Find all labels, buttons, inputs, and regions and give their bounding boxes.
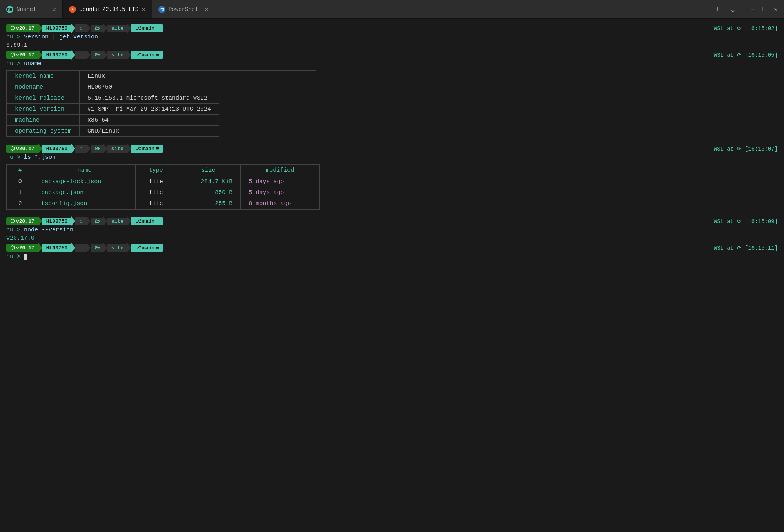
seg-node-2: ⬡ v20.17 <box>6 51 38 59</box>
prompt-segments-3: ⬡ v20.17 HL00750 ⌂ 🗁 site ⎇ main <box>6 144 163 153</box>
tab-powershell-label: PowerShell <box>169 6 201 13</box>
ls-size: 284.7 KiB <box>176 176 241 187</box>
seg-home-1: ⌂ <box>75 24 86 32</box>
tab-actions: + ⌄ <box>706 0 744 18</box>
ls-name: package.json <box>33 187 136 198</box>
ls-type: file <box>136 187 176 198</box>
node-icon: ⬡ <box>10 25 15 31</box>
tab-nushell-label: Nushell <box>16 6 40 13</box>
cmd-line-2: nu > uname <box>6 60 778 67</box>
ls-header-cell: modified <box>241 165 319 176</box>
host-label-1: HL00750 <box>46 25 68 31</box>
block-4: ⬡ v20.17 HL00750 ⌂ 🗁 site ⎇ main <box>6 216 778 241</box>
output-node-version: v20.17.0 <box>6 235 778 241</box>
ls-num: 2 <box>7 198 33 209</box>
add-tab-button[interactable]: + <box>712 4 723 15</box>
node-version-1: v20.17 <box>16 25 34 31</box>
uname-value: HL00750 <box>80 82 219 93</box>
prompt-bar-5: ⬡ v20.17 HL00750 ⌂ 🗁 site ⎇ main <box>6 243 778 252</box>
nushell-icon: nu <box>6 6 13 13</box>
ls-modified: 5 days ago <box>241 176 319 187</box>
uname-value: x86_64 <box>80 115 219 126</box>
maximize-button[interactable]: □ <box>762 6 766 13</box>
uname-key: kernel-name <box>7 71 80 82</box>
arrow2 <box>71 24 75 33</box>
dropdown-button[interactable]: ⌄ <box>728 4 738 15</box>
tab-nushell-close[interactable]: ✕ <box>52 5 56 13</box>
cmd-pipe-1: | <box>49 34 59 40</box>
prompt-bar-1: ⬡ v20.17 HL00750 ⌂ 🗁 site <box>6 24 778 33</box>
uname-value: 5.15.153.1-microsoft-standard-WSL2 <box>80 93 219 104</box>
ls-name: package-lock.json <box>33 176 136 187</box>
prompt-bar-4: ⬡ v20.17 HL00750 ⌂ 🗁 site ⎇ main <box>6 216 778 226</box>
arrow3 <box>87 24 91 33</box>
arrow1 <box>38 24 42 33</box>
uname-value: GNU/Linux <box>80 126 219 137</box>
uname-key: nodename <box>7 82 80 93</box>
tab-powershell[interactable]: PS PowerShell ✕ <box>152 0 215 18</box>
ls-modified: 5 days ago <box>241 187 319 198</box>
ls-header-cell: name <box>33 165 136 176</box>
prompt-segments-4: ⬡ v20.17 HL00750 ⌂ 🗁 site ⎇ main <box>6 216 163 226</box>
ls-num: 0 <box>7 176 33 187</box>
ls-type: file <box>136 176 176 187</box>
ls-header-cell: type <box>136 165 176 176</box>
seg-host-1: HL00750 <box>42 25 72 32</box>
prompt-time-3: WSL at ⟳ [16:15:07] <box>714 145 778 152</box>
cmd-line-5: nu > <box>6 253 778 260</box>
ls-modified: 8 months ago <box>241 198 319 209</box>
uname-row: operating-system GNU/Linux <box>7 126 219 137</box>
cmd-line-3: nu > ls *.json <box>6 154 778 161</box>
uname-key: kernel-version <box>7 104 80 115</box>
prompt-time-4: WSL at ⟳ [16:15:09] <box>714 218 778 225</box>
output-1: 0.99.1 <box>6 42 778 49</box>
prompt-segments-1: ⬡ v20.17 HL00750 ⌂ 🗁 site <box>6 24 163 33</box>
terminal[interactable]: ⬡ v20.17 HL00750 ⌂ 🗁 site <box>0 19 784 532</box>
tab-ubuntu-label: Ubuntu 22.04.5 LTS <box>79 6 138 13</box>
block-2: ⬡ v20.17 HL00750 ⌂ 🗁 site ⎇ main <box>6 50 778 142</box>
dir-label-1: site <box>111 25 123 31</box>
prompt-bar-3: ⬡ v20.17 HL00750 ⌂ 🗁 site ⎇ main <box>6 144 778 153</box>
cmd-get-version: get version <box>59 34 98 40</box>
seg-folder-1: 🗁 <box>91 25 103 32</box>
uname-row: nodename HL00750 <box>7 82 219 93</box>
arrow4 <box>103 24 107 33</box>
prompt-arrow-1: nu > <box>6 34 24 40</box>
uname-key: operating-system <box>7 126 80 137</box>
ls-type: file <box>136 198 176 209</box>
seg-git-1: ⎇ main ≡ <box>131 24 163 32</box>
seg-dir-1: site <box>107 25 127 32</box>
uname-table: kernel-name Linuxnodename HL00750kernel-… <box>6 70 316 137</box>
ls-size: 850 B <box>176 187 241 198</box>
arrow5 <box>127 24 131 33</box>
title-bar: nu Nushell ✕ ● Ubuntu 22.04.5 LTS ✕ PS P… <box>0 0 784 19</box>
uname-value: #1 SMP Fri Mar 29 23:14:13 UTC 2024 <box>80 104 219 115</box>
uname-row: kernel-version #1 SMP Fri Mar 29 23:14:1… <box>7 104 219 115</box>
uname-value: Linux <box>80 71 219 82</box>
close-window-button[interactable]: ✕ <box>774 5 778 13</box>
ls-header-cell: # <box>7 165 33 176</box>
uname-key: machine <box>7 115 80 126</box>
uname-row: kernel-name Linux <box>7 71 219 82</box>
prompt-time-2: WSL at ⟳ [16:15:05] <box>714 52 778 58</box>
uname-row: machine x86_64 <box>7 115 219 126</box>
ls-row: 0 package-lock.json file 284.7 KiB 5 day… <box>7 176 319 187</box>
minimize-button[interactable]: — <box>751 6 755 13</box>
ls-name: tsconfig.json <box>33 198 136 209</box>
tab-nushell[interactable]: nu Nushell ✕ <box>0 0 63 18</box>
prompt-time-5: WSL at ⟳ [16:15:11] <box>714 245 778 251</box>
tab-ubuntu-close[interactable]: ✕ <box>142 5 145 13</box>
prompt-segments-2: ⬡ v20.17 HL00750 ⌂ 🗁 site ⎇ main <box>6 50 163 60</box>
block-5: ⬡ v20.17 HL00750 ⌂ 🗁 site ⎇ main <box>6 243 778 260</box>
ubuntu-icon: ● <box>69 6 76 13</box>
uname-key: kernel-release <box>7 93 80 104</box>
tab-ubuntu[interactable]: ● Ubuntu 22.04.5 LTS ✕ <box>63 0 152 18</box>
prompt-segments-5: ⬡ v20.17 HL00750 ⌂ 🗁 site ⎇ main <box>6 243 163 252</box>
ls-header-cell: size <box>176 165 241 176</box>
prompt-bar-2: ⬡ v20.17 HL00750 ⌂ 🗁 site ⎇ main <box>6 50 778 60</box>
uname-row: kernel-release 5.15.153.1-microsoft-stan… <box>7 93 219 104</box>
tab-powershell-close[interactable]: ✕ <box>205 5 209 13</box>
ls-row: 1 package.json file 850 B 5 days ago <box>7 187 319 198</box>
ls-num: 1 <box>7 187 33 198</box>
ls-row: 2 tsconfig.json file 255 B 8 months ago <box>7 198 319 209</box>
